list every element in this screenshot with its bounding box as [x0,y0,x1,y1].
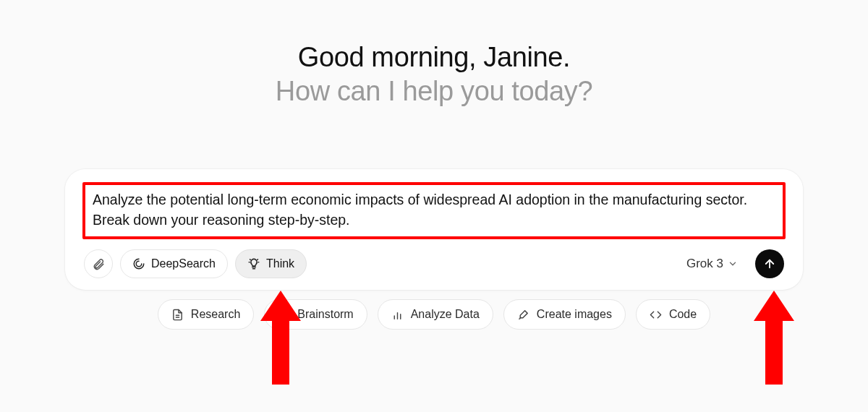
model-label: Grok 3 [686,257,723,271]
deepsearch-label: DeepSearch [151,257,216,270]
input-toolbar: DeepSearch Think Grok 3 [81,249,787,278]
chat-input-card: Analyze the potential long-term economic… [65,169,803,290]
suggestion-row: Research Brainstorm Analyze Data [0,299,868,330]
attach-button[interactable] [84,249,113,278]
code-icon [650,309,662,321]
suggestion-label: Research [191,308,240,321]
paperclip-icon [92,257,105,270]
bolt-icon [278,309,290,321]
model-selector[interactable]: Grok 3 [684,252,741,275]
bar-chart-icon [391,309,404,321]
think-button[interactable]: Think [235,249,307,278]
chevron-down-icon [728,259,738,269]
greeting-line2: How can I help you today? [276,76,592,107]
arrow-up-icon [763,257,776,270]
suggestion-label: Analyze Data [411,308,480,321]
deepsearch-button[interactable]: DeepSearch [120,249,228,278]
suggestion-label: Brainstorm [297,308,353,321]
send-button[interactable] [755,249,784,278]
deepsearch-icon [132,257,145,270]
greeting: Good morning, Janine. How can I help you… [276,42,592,107]
suggestion-brainstorm[interactable]: Brainstorm [264,299,367,330]
prompt-input[interactable]: Analyze the potential long-term economic… [93,189,775,231]
greeting-line1: Good morning, Janine. [276,42,592,73]
lightbulb-icon [247,257,260,270]
suggestion-label: Create images [537,308,612,321]
suggestion-code[interactable]: Code [636,299,710,330]
suggestion-analyze-data[interactable]: Analyze Data [378,299,493,330]
think-label: Think [266,257,294,270]
document-icon [171,309,184,321]
annotation-highlight-box: Analyze the potential long-term economic… [82,182,786,239]
suggestion-label: Code [669,308,697,321]
suggestion-research[interactable]: Research [158,299,254,330]
brush-icon [517,309,529,321]
suggestion-create-images[interactable]: Create images [503,299,626,330]
svg-marker-3 [279,309,289,319]
